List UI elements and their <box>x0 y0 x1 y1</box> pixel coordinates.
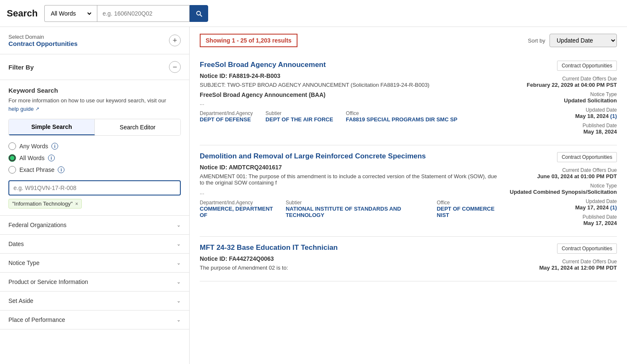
result-meta: Contract Opportunities Current Date Offe… <box>507 61 617 138</box>
domain-label: Select Domain <box>8 34 78 40</box>
result-subject: SUBJECT: TWO-STEP BROAD AGENCY ANNOUNCEM… <box>200 82 501 88</box>
radio-any-words-label: Any Words <box>19 143 48 150</box>
collapse-filter-button[interactable]: − <box>169 61 181 73</box>
tag-value: "Information Technology" <box>12 201 72 207</box>
radio-all-words-label: All Words <box>19 155 45 161</box>
radio-exact-phrase-label: Exact Phrase <box>19 166 54 173</box>
all-words-info-icon[interactable]: i <box>48 155 55 161</box>
result-subject: AMENDMENT 001: The purpose of this amend… <box>200 173 501 186</box>
add-domain-button[interactable]: + <box>169 35 181 46</box>
subtier-value[interactable]: DEPT OF THE AIR FORCE <box>265 116 333 123</box>
filter-product-service[interactable]: Product or Service Information ⌄ <box>0 273 189 292</box>
search-bar: All Words Any Words Exact Phrase <box>44 5 208 22</box>
result-badge: Contract Opportunities <box>557 152 617 162</box>
chevron-down-icon: ⌄ <box>177 241 181 247</box>
chevron-down-icon: ⌄ <box>177 260 181 266</box>
domain-info: Select Domain Contract Opportunities <box>8 34 78 47</box>
chevron-down-icon: ⌄ <box>177 317 181 323</box>
results-header: Showing 1 - 25 of 1,203 results Sort by … <box>200 34 617 47</box>
chevron-down-icon: ⌄ <box>177 222 181 228</box>
keyword-radio-group: Any Words i All Words i Exact Phrase i <box>8 142 181 174</box>
page-title: Search <box>7 8 38 19</box>
updated-date-link[interactable]: (1) <box>610 204 617 211</box>
result-item: FreeSol Broad Agency Annoucement Notice … <box>200 54 617 145</box>
result-item: Demolition and Removal of Large Reinforc… <box>200 145 617 237</box>
dept-col: Department/Ind.Agency COMMERCE, DEPARTME… <box>200 200 273 218</box>
published-date-field: Published Date May 17, 2024 <box>507 214 617 226</box>
subtier-col: Subtier NATIONAL INSTITUTE OF STANDARDS … <box>286 200 424 218</box>
domain-section: Select Domain Contract Opportunities + <box>0 27 189 54</box>
radio-all-words-input[interactable] <box>8 154 16 162</box>
sort-area: Sort by Updated Date Relevance Published… <box>528 34 617 47</box>
radio-any-words[interactable]: Any Words i <box>8 142 181 150</box>
radio-exact-phrase[interactable]: Exact Phrase i <box>8 166 181 174</box>
tag-close-button[interactable]: × <box>75 201 78 207</box>
results-count: Showing 1 - 25 of 1,203 results <box>200 34 297 47</box>
result-main: FreeSol Broad Agency Annoucement Notice … <box>200 61 501 138</box>
result-baa: FreeSol Broad Agency Announcement (BAA) <box>200 91 501 98</box>
exact-phrase-info-icon[interactable]: i <box>58 166 64 173</box>
updated-date-field: Updated Date May 18, 2024 (1) <box>507 107 617 119</box>
tab-search-editor[interactable]: Search Editor <box>95 119 180 135</box>
result-title[interactable]: FreeSol Broad Agency Annoucement <box>200 61 501 69</box>
keyword-tag: "Information Technology" × <box>8 199 82 209</box>
external-link-icon: ↗ <box>35 106 39 112</box>
filter-federal-orgs[interactable]: Federal Organizations ⌄ <box>0 216 189 235</box>
notice-type-field: Notice Type Updated Combined Synopsis/So… <box>507 183 617 195</box>
dept-col: Department/Ind.Agency DEPT OF DEFENSE <box>200 110 253 123</box>
help-guide-link[interactable]: help guide ↗ <box>8 106 39 112</box>
result-title[interactable]: Demolition and Removal of Large Reinforc… <box>200 152 501 161</box>
search-type-select[interactable]: All Words Any Words Exact Phrase <box>49 10 93 17</box>
notice-type-field: Notice Type Updated Solicitation <box>507 91 617 104</box>
main-search-button[interactable] <box>190 5 208 22</box>
sort-select[interactable]: Updated Date Relevance Published Date <box>549 34 617 47</box>
result-meta: Contract Opportunities Current Date Offe… <box>507 244 617 274</box>
office-col: Office DEPT OF COMMERCE NIST <box>437 200 501 218</box>
chevron-down-icon: ⌄ <box>177 279 181 285</box>
updated-date-link[interactable]: (1) <box>610 113 617 119</box>
dept-value[interactable]: DEPT OF DEFENSE <box>200 116 253 123</box>
offers-due-field: Current Date Offers Due June 03, 2024 at… <box>507 167 617 179</box>
result-badge: Contract Opportunities <box>557 244 617 254</box>
keyword-title: Keyword Search <box>8 87 181 94</box>
search-type-dropdown[interactable]: All Words Any Words Exact Phrase <box>44 5 97 22</box>
result-main: Demolition and Removal of Large Reinforc… <box>200 152 501 230</box>
main-search-input[interactable] <box>97 5 190 22</box>
radio-any-words-input[interactable] <box>8 142 16 150</box>
notice-id: Notice ID: FA8819-24-R-B003 <box>200 72 501 79</box>
result-title[interactable]: MFT 24-32 Base Education IT Technician <box>200 244 501 252</box>
dept-row: Department/Ind.Agency DEPT OF DEFENSE Su… <box>200 110 501 123</box>
office-col: Office FA8819 SPECIAL PROGRAMS DIR SMC S… <box>346 110 458 123</box>
content-area: Showing 1 - 25 of 1,203 results Sort by … <box>190 27 627 364</box>
header: Search All Words Any Words Exact Phrase <box>0 0 627 27</box>
filter-by-section: Filter By − <box>0 54 189 80</box>
filter-place-of-performance[interactable]: Place of Performance ⌄ <box>0 310 189 329</box>
result-ellipsis: ... <box>200 189 501 195</box>
subtier-value[interactable]: NATIONAL INSTITUTE OF STANDARDS AND TECH… <box>286 206 424 218</box>
tab-simple-search[interactable]: Simple Search <box>9 119 95 135</box>
main-layout: Select Domain Contract Opportunities + F… <box>0 27 627 364</box>
result-main: MFT 24-32 Base Education IT Technician N… <box>200 244 501 274</box>
chevron-down-icon: ⌄ <box>177 298 181 304</box>
any-words-info-icon[interactable]: i <box>51 143 58 150</box>
filter-notice-type[interactable]: Notice Type ⌄ <box>0 254 189 273</box>
published-date-field: Published Date May 18, 2024 <box>507 123 617 135</box>
office-value: FA8819 SPECIAL PROGRAMS DIR SMC SP <box>346 116 458 123</box>
result-ellipsis: ... <box>200 100 501 106</box>
filter-by-label: Filter By <box>8 64 34 71</box>
result-item: MFT 24-32 Base Education IT Technician N… <box>200 237 617 281</box>
result-badge: Contract Opportunities <box>557 61 617 71</box>
subtier-col: Subtier DEPT OF THE AIR FORCE <box>265 110 333 123</box>
radio-exact-phrase-input[interactable] <box>8 166 16 174</box>
keyword-input[interactable] <box>13 185 176 191</box>
offers-due-field: Current Date Offers Due May 21, 2024 at … <box>507 259 617 271</box>
radio-all-words[interactable]: All Words i <box>8 154 181 162</box>
filter-dates[interactable]: Dates ⌄ <box>0 235 189 254</box>
keyword-section: Keyword Search For more information on h… <box>0 80 189 216</box>
domain-value: Contract Opportunities <box>8 40 78 47</box>
dept-value[interactable]: COMMERCE, DEPARTMENT OF <box>200 206 273 218</box>
keyword-input-wrapper <box>8 180 181 195</box>
updated-date-field: Updated Date May 17, 2024 (1) <box>507 198 617 211</box>
filter-set-aside[interactable]: Set Aside ⌄ <box>0 292 189 310</box>
sidebar: Select Domain Contract Opportunities + F… <box>0 27 190 364</box>
